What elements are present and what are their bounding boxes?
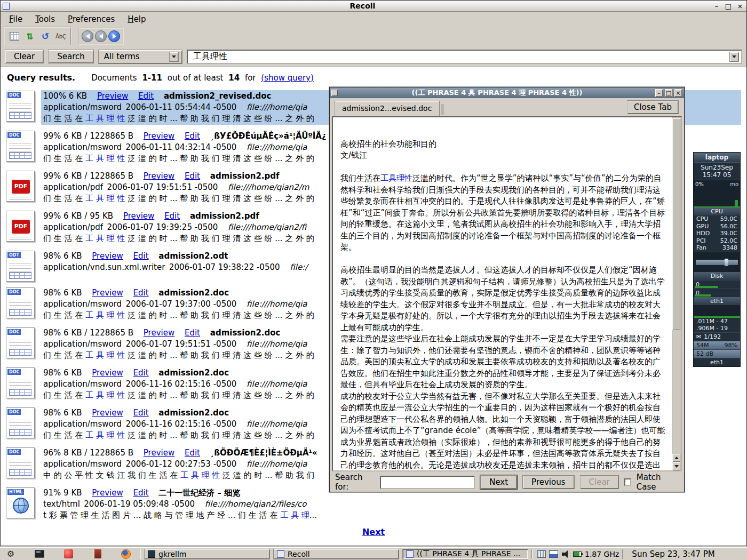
menu-file[interactable]: File <box>4 13 28 26</box>
preview-link[interactable]: Preview <box>144 131 174 141</box>
book-launcher-icon[interactable] <box>92 549 102 559</box>
gkrellm-hostname[interactable]: laptop <box>694 153 740 162</box>
toolbar: ⇅ ↺ ÂbÇ <box>1 26 746 46</box>
query-input-wrap <box>187 50 742 64</box>
keyboard-tray-icon[interactable] <box>537 550 546 558</box>
result-relevance-size: 98% 6 KB <box>43 408 82 418</box>
result-url: file:///home/qia <box>247 379 307 389</box>
file-type-icon: PDF PDF <box>6 211 35 242</box>
recoll-task-icon <box>277 550 284 558</box>
preview-link[interactable]: Preview <box>144 171 174 181</box>
scrollbar-thumb[interactable] <box>672 118 680 330</box>
next-page-link[interactable]: Next <box>362 527 385 537</box>
gkrellm-slider-meter[interactable] <box>694 252 740 272</box>
preview-scrollbar[interactable] <box>672 117 681 470</box>
volume-icon[interactable] <box>561 550 570 558</box>
file-type-icon: DOC DOC <box>6 447 35 478</box>
menu-preferences[interactable]: Preferences <box>62 13 120 26</box>
query-history-chevron-icon[interactable] <box>729 52 739 62</box>
close-icon[interactable]: × <box>736 2 744 10</box>
edit-link[interactable]: Edit <box>138 91 154 101</box>
edit-link[interactable]: Edit <box>185 328 200 338</box>
result-url: file:///home/qia <box>247 339 307 349</box>
preview-link[interactable]: Preview <box>92 368 123 378</box>
preview-findbar: Search for: Next Previous Clear Match Ca… <box>330 473 684 492</box>
recoll-titlebar[interactable]: Recoll – □ × <box>1 1 746 12</box>
edit-link[interactable]: Edit <box>185 448 200 458</box>
firefox-launcher-icon[interactable] <box>121 549 131 559</box>
gkrellm-iface-label: eth1 <box>694 358 740 366</box>
result-url: file:///home/qian2/m <box>228 182 309 192</box>
maximize-icon[interactable]: □ <box>724 2 733 10</box>
fan-row: Fan3348 <box>694 244 740 252</box>
show-query-link[interactable]: (show query) <box>261 73 314 83</box>
search-mode-select[interactable]: All terms <box>98 50 182 64</box>
results-header: Query results. Documents 1-11 out of at … <box>7 73 741 83</box>
preview-link[interactable]: Preview <box>97 91 128 101</box>
search-button[interactable]: Search <box>48 50 94 63</box>
result-relevance-size: 98% 6 KB / 1228865 B <box>43 328 133 338</box>
edit-link[interactable]: Edit <box>133 288 149 298</box>
edit-link[interactable]: Edit <box>133 368 149 378</box>
preview-close-icon[interactable]: × <box>674 89 682 97</box>
menubar: File Tools Preferences Help <box>1 12 746 26</box>
find-clear-button[interactable]: Clear <box>580 475 619 489</box>
match-case-label: Match Case <box>637 473 679 492</box>
result-url: file:/ <box>290 262 307 272</box>
close-tab-button[interactable]: Close Tab <box>627 100 679 114</box>
applications-menu-icon[interactable]: ⚙ <box>5 549 16 559</box>
terminal-launcher-icon[interactable] <box>34 549 45 559</box>
term-explorer-icon[interactable]: ÂbÇ <box>54 29 68 43</box>
table-view-icon[interactable] <box>7 29 21 43</box>
preview-link[interactable]: Preview <box>123 211 154 221</box>
minimize-icon[interactable]: – <box>712 2 721 10</box>
gkrellm-clock[interactable]: Sun23Sep 15:47 05 <box>694 162 740 180</box>
layout-tray-icon[interactable] <box>549 550 558 558</box>
cpu-frequency: 1.87 GHz <box>585 550 619 558</box>
preview-link[interactable]: Preview <box>144 328 174 338</box>
preview-titlebar[interactable]: ((工 PHRASE 4 具 PHRASE 4 理 PHRASE 4 性)) –… <box>330 87 684 98</box>
temp-row-gpu: GPU56.0C <box>694 223 740 230</box>
history-icon[interactable]: ↺ <box>38 29 52 43</box>
net-activity-graph[interactable] <box>694 305 740 318</box>
taskbar-task-gkrellm[interactable]: gkrellm <box>144 549 270 559</box>
preview-link[interactable]: Preview <box>92 408 123 418</box>
gkrellm-load: 0% <box>695 181 704 187</box>
find-previous-button[interactable]: Previous <box>522 475 574 489</box>
menu-help[interactable]: Help <box>122 13 151 26</box>
edit-link[interactable]: Edit <box>133 488 149 498</box>
edit-link[interactable]: Edit <box>185 131 200 141</box>
edit-link[interactable]: Edit <box>133 251 149 261</box>
find-input[interactable] <box>380 476 475 489</box>
edit-link[interactable]: Edit <box>133 408 149 418</box>
mail-row[interactable]: ✉ 1/192 <box>694 332 740 341</box>
preview-text: 高校招生的社会功能和目的 文/钱江 我们生活在工具理性泛滥的时代。作为“世之显学… <box>340 127 667 470</box>
query-input[interactable] <box>192 51 729 62</box>
gkrellm-cpu-chart[interactable]: 0% mo <box>694 180 740 207</box>
scroll-down-icon[interactable] <box>672 462 680 470</box>
preview-minimize-icon[interactable]: – <box>655 89 663 97</box>
package-launcher-icon[interactable] <box>63 549 74 559</box>
taskbar-task-preview[interactable]: ((工 PHRASE 4 具 PHRASE ... <box>402 549 528 559</box>
sort-icon[interactable]: ⇅ <box>23 29 37 43</box>
find-next-button[interactable]: Next <box>480 475 517 489</box>
edit-link[interactable]: Edit <box>164 211 180 221</box>
result-mime-date: application/pdf 2006-01-07 19:39:25 -050… <box>43 222 218 232</box>
scroll-up-icon[interactable] <box>672 454 680 462</box>
nav-prev-page-icon[interactable] <box>95 30 107 42</box>
edit-link[interactable]: Edit <box>185 171 200 181</box>
gkrellm-date: Sun23Sep <box>694 164 740 171</box>
result-title: admission2.pdf <box>210 171 280 181</box>
nav-next-page-icon[interactable] <box>108 30 120 42</box>
clear-button[interactable]: Clear <box>5 50 44 63</box>
menu-tools[interactable]: Tools <box>30 13 60 26</box>
match-case-checkbox[interactable] <box>624 478 631 486</box>
preview-link[interactable]: Preview <box>92 488 123 498</box>
preview-tab[interactable]: admission2...evised.doc <box>334 101 440 116</box>
preview-link[interactable]: Preview <box>92 251 123 261</box>
preview-link[interactable]: Preview <box>144 448 174 458</box>
taskbar-task-recoll[interactable]: Recoll <box>273 549 399 559</box>
nav-first-page-icon[interactable] <box>82 30 93 42</box>
preview-link[interactable]: Preview <box>92 288 123 298</box>
preview-maximize-icon[interactable]: □ <box>664 89 673 97</box>
